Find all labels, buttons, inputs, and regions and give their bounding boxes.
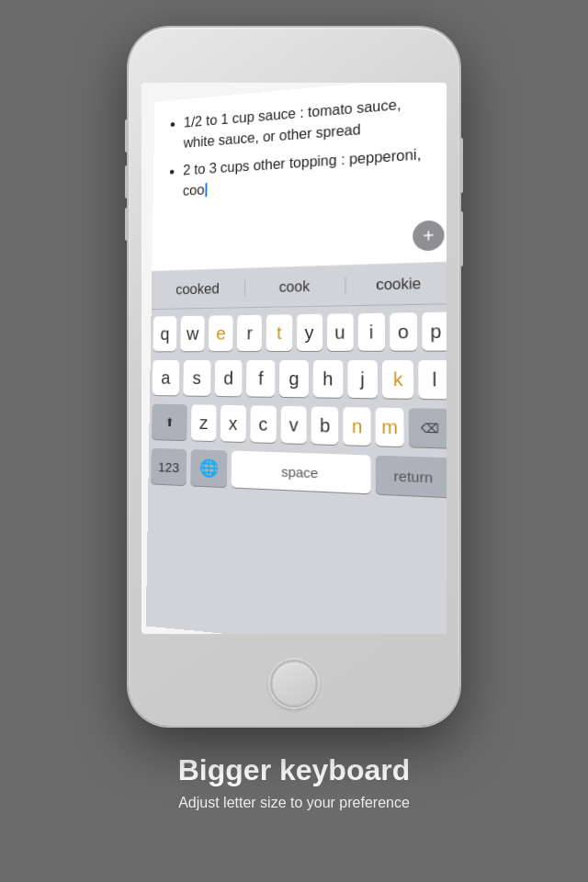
key-v[interactable]: v — [280, 406, 307, 444]
screen-content: 1/2 to 1 cup sauce : tomato sauce, white… — [146, 83, 447, 634]
key-c[interactable]: c — [250, 405, 276, 443]
key-s[interactable]: s — [183, 360, 210, 396]
key-d[interactable]: d — [214, 360, 243, 396]
key-p[interactable]: p — [422, 312, 447, 351]
key-j[interactable]: j — [347, 360, 378, 398]
return-key[interactable]: return — [376, 456, 447, 498]
home-button-inner — [272, 662, 316, 706]
key-q[interactable]: q — [153, 316, 177, 351]
keyboard-row-4: 123 🌐 space return — [151, 448, 447, 498]
key-o[interactable]: o — [390, 312, 417, 351]
sub-title: Adjust letter size to your preference — [18, 795, 570, 811]
phone-mockup: 1/2 to 1 cup sauce : tomato sauce, white… — [129, 28, 459, 726]
key-m[interactable]: m — [376, 408, 404, 447]
autocomplete-item-1[interactable]: cooked — [152, 280, 245, 299]
keyboard-row-2: a s d f g h j k l — [153, 360, 447, 399]
autocomplete-item-2[interactable]: cook — [245, 277, 345, 296]
key-h[interactable]: h — [313, 360, 343, 398]
key-t[interactable]: t — [266, 314, 292, 351]
home-button[interactable] — [270, 660, 318, 707]
keyboard-row-1: q w e r t y u i o p — [153, 312, 447, 352]
keyboard-row-3: ⬆ z x c v b n m ⌫ — [152, 404, 447, 448]
text-cursor — [205, 183, 207, 197]
bullet-item-1: 1/2 to 1 cup sauce : tomato sauce, white… — [184, 91, 436, 153]
bullet-item-2: 2 to 3 cups other topping : pepperoni, c… — [183, 142, 436, 201]
numbers-key[interactable]: 123 — [151, 448, 187, 485]
key-r[interactable]: r — [237, 315, 262, 351]
key-l[interactable]: l — [419, 360, 447, 399]
key-z[interactable]: z — [191, 404, 216, 441]
key-w[interactable]: w — [181, 316, 205, 352]
key-i[interactable]: i — [357, 313, 384, 351]
key-g[interactable]: g — [279, 360, 309, 397]
keyboard: q w e r t y u i o p a s — [146, 304, 447, 634]
footer-section: Bigger keyboard Adjust letter size to yo… — [0, 726, 588, 830]
delete-key[interactable]: ⌫ — [409, 408, 447, 447]
main-title: Bigger keyboard — [18, 753, 570, 787]
key-e[interactable]: e — [209, 315, 233, 351]
autocomplete-item-3[interactable]: cookie — [345, 274, 447, 293]
space-key[interactable]: space — [232, 451, 371, 494]
key-n[interactable]: n — [344, 407, 371, 446]
key-k[interactable]: k — [382, 360, 413, 399]
globe-key[interactable]: 🌐 — [190, 449, 227, 487]
key-a[interactable]: a — [153, 360, 179, 396]
key-y[interactable]: y — [297, 314, 322, 351]
key-x[interactable]: x — [220, 405, 246, 442]
key-u[interactable]: u — [327, 313, 354, 351]
shift-key[interactable]: ⬆ — [152, 404, 187, 441]
text-content-area: 1/2 to 1 cup sauce : tomato sauce, white… — [152, 83, 447, 272]
phone-screen: 1/2 to 1 cup sauce : tomato sauce, white… — [141, 83, 447, 634]
key-f[interactable]: f — [246, 360, 275, 397]
key-b[interactable]: b — [311, 407, 338, 446]
